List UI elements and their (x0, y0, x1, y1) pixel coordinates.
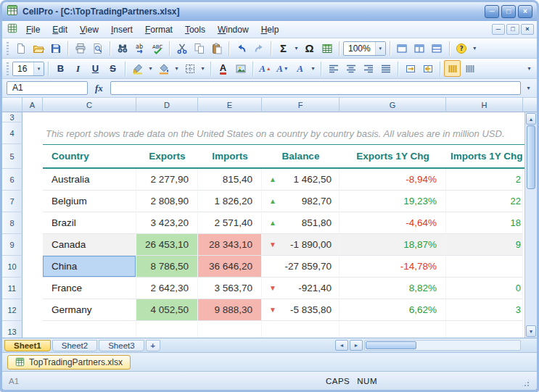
row-header-5[interactable]: 5 (2, 144, 22, 169)
cell-country[interactable]: Belgium (43, 191, 136, 212)
toolbar-grip[interactable] (7, 62, 9, 75)
cell-balance[interactable]: ▼-921,40 (262, 278, 340, 299)
toolbar-grip[interactable] (7, 42, 9, 55)
unmerge-cells-button[interactable] (419, 60, 436, 77)
scroll-left-icon[interactable]: ◄ (335, 340, 348, 351)
cell-country[interactable]: Brazil (43, 212, 136, 234)
font-size-dropdown-icon[interactable]: ▾ (33, 62, 44, 75)
minimize-button[interactable]: ─ (485, 5, 499, 18)
cell-imports[interactable]: 2 571,40 (198, 212, 262, 234)
resize-grip[interactable] (521, 378, 530, 388)
row-header-6[interactable]: 6 (2, 169, 22, 191)
cell-imports-chg[interactable]: 22 (446, 191, 523, 212)
align-justify-button[interactable] (377, 60, 394, 77)
menu-edit[interactable]: Edit (46, 22, 73, 37)
maximize-button[interactable]: □ (501, 5, 516, 18)
underline-button[interactable]: U (87, 60, 104, 77)
cell-exports-chg[interactable]: 6,62% (340, 299, 446, 321)
header-imports-chg[interactable]: Imports 1Y Chg (446, 145, 523, 167)
cell-imports-chg[interactable]: 2 (446, 169, 523, 191)
cell-balance[interactable]: ▲851,80 (262, 212, 340, 234)
cell[interactable] (22, 144, 43, 169)
cell-exports[interactable]: 2 277,90 (136, 169, 198, 191)
copy-button[interactable] (191, 40, 207, 57)
horizontal-scrollbar[interactable] (364, 340, 521, 351)
align-right-button[interactable] (360, 60, 377, 77)
cell[interactable] (136, 321, 198, 338)
cell-imports-chg[interactable]: 9 (446, 234, 523, 256)
formula-bar-dropdown-icon[interactable]: ▾ (524, 80, 532, 96)
cell-exports[interactable]: 4 052,50 (136, 299, 198, 321)
cut-button[interactable] (173, 40, 190, 57)
cell-exports-chg[interactable]: -4,64% (340, 212, 446, 234)
split-window-button[interactable] (411, 40, 428, 57)
print-button[interactable] (72, 40, 89, 57)
name-box[interactable]: A1 (7, 81, 88, 95)
column-header-F[interactable]: F (262, 98, 340, 112)
row-header-4[interactable]: 4 (2, 122, 22, 144)
mdi-restore-button[interactable]: □ (506, 24, 519, 35)
scroll-right-icon[interactable]: ► (350, 340, 363, 351)
vertical-scrollbar[interactable]: ▲ ▼ (524, 112, 537, 338)
save-button[interactable] (47, 40, 64, 57)
column-lines-button[interactable] (461, 60, 478, 77)
cell-exports[interactable]: 26 453,10 (136, 234, 198, 256)
font-color-button[interactable]: A (215, 60, 231, 77)
cell[interactable] (22, 112, 43, 122)
row-header-12[interactable]: 12 (2, 299, 22, 321)
symbol-button[interactable]: Ω (301, 40, 318, 57)
mdi-close-button[interactable]: × (521, 24, 534, 35)
menu-file[interactable]: File (20, 22, 46, 37)
menu-window[interactable]: Window (212, 22, 255, 37)
find-button[interactable] (114, 40, 131, 57)
toolbar-options-icon[interactable]: ▾ (471, 40, 479, 57)
document-tab[interactable]: TopTradingPartners.xlsx (7, 355, 131, 370)
cell-exports[interactable]: 3 423,20 (136, 212, 198, 234)
paste-button[interactable] (208, 40, 225, 57)
print-preview-button[interactable] (89, 40, 106, 57)
cell-imports[interactable]: 1 826,20 (198, 191, 262, 212)
cell-balance[interactable]: -27 859,70 (262, 256, 340, 278)
cell[interactable] (22, 256, 43, 278)
menu-view[interactable]: View (74, 22, 104, 37)
cell-country[interactable]: France (43, 278, 136, 299)
header-imports[interactable]: Imports (198, 145, 262, 167)
formula-input[interactable] (110, 81, 521, 95)
cell-exports-chg[interactable]: 18,87% (340, 234, 446, 256)
select-all-corner[interactable] (2, 98, 22, 112)
cell-country-selected[interactable]: China (43, 256, 136, 278)
row-header-11[interactable]: 11 (2, 278, 22, 299)
cell[interactable] (340, 321, 446, 338)
borders-dropdown-icon[interactable]: ▾ (199, 60, 207, 77)
cell-imports-chg[interactable]: 18 (446, 212, 523, 234)
insert-image-button[interactable] (232, 60, 249, 77)
text-orientation-button[interactable]: A (292, 60, 308, 77)
row-header-10[interactable]: 10 (2, 256, 22, 278)
highlight-color-button[interactable] (129, 60, 146, 77)
cell-imports-chg[interactable]: 0 (446, 278, 523, 299)
cell-imports-chg[interactable]: 3 (446, 299, 523, 321)
spell-check-button[interactable]: ABC (149, 40, 165, 57)
row-header-9[interactable]: 9 (2, 234, 22, 256)
scroll-down-icon[interactable]: ▼ (526, 325, 536, 337)
bold-button[interactable]: B (52, 60, 69, 77)
cell[interactable] (446, 321, 523, 338)
row-header-8[interactable]: 8 (2, 212, 22, 234)
cell-imports[interactable]: 815,40 (198, 169, 262, 191)
cell-exports[interactable]: 8 786,50 (136, 256, 198, 278)
row-header-3[interactable]: 3 (2, 112, 22, 122)
zoom-select[interactable]: 100% ▾ (343, 41, 386, 56)
font-size-select[interactable]: 16 ▾ (12, 62, 44, 76)
new-button[interactable] (12, 40, 29, 57)
text-orientation-dropdown-icon[interactable]: ▾ (309, 60, 317, 77)
horizontal-scroll-thumb[interactable] (366, 341, 416, 349)
report-note-cell[interactable]: This report shows trade data on the Unit… (43, 122, 524, 144)
cell[interactable] (22, 299, 43, 321)
cell[interactable] (22, 278, 43, 299)
replace-button[interactable]: ab (131, 40, 148, 57)
redo-button[interactable] (250, 40, 267, 57)
insert-table-button[interactable] (318, 40, 335, 57)
cell[interactable] (43, 112, 524, 122)
cell[interactable] (22, 191, 43, 212)
add-sheet-button[interactable]: + (146, 340, 160, 351)
